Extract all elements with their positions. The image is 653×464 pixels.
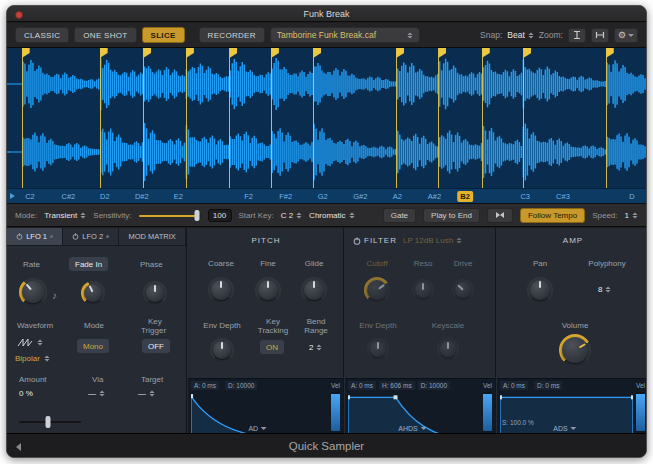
envelope-field[interactable]: A: 0 ms xyxy=(191,381,219,390)
key-label-F2[interactable]: F2 xyxy=(244,191,253,202)
via-select[interactable]: — xyxy=(88,389,105,398)
sensitivity-slider[interactable] xyxy=(139,210,201,221)
settings-menu-button[interactable]: ⚙ xyxy=(614,28,638,43)
phase-knob[interactable] xyxy=(143,281,167,305)
slice-marker[interactable] xyxy=(100,48,101,188)
filter-env-depth-knob[interactable] xyxy=(367,338,389,360)
zoom-vertical-button[interactable] xyxy=(568,28,586,43)
sensitivity-value[interactable]: 100 xyxy=(208,209,232,222)
glide-knob[interactable] xyxy=(301,277,327,303)
slice-mode-select[interactable]: Transient xyxy=(44,211,86,220)
slice-marker[interactable] xyxy=(143,48,144,188)
key-label-D2[interactable]: D2 xyxy=(100,191,110,202)
coarse-knob[interactable] xyxy=(208,277,234,303)
speed-select[interactable]: 1 xyxy=(625,211,638,220)
slice-marker[interactable] xyxy=(229,48,230,188)
slice-marker[interactable] xyxy=(271,48,272,188)
fade-in-knob[interactable] xyxy=(81,281,105,305)
close-button[interactable] xyxy=(15,11,23,19)
key-label-Cs2[interactable]: C#2 xyxy=(61,191,75,202)
key-label-Ds2[interactable]: D#2 xyxy=(135,191,149,202)
lfo-waveform-select[interactable] xyxy=(17,338,43,347)
tab-mod-matrix[interactable]: MOD MATRIX xyxy=(119,228,186,245)
envelope-mode-select[interactable]: AHDS xyxy=(398,425,426,432)
waveform-display[interactable] xyxy=(7,48,646,188)
target-select[interactable]: — xyxy=(138,389,155,398)
tab-lfo1[interactable]: LFO 1 xyxy=(7,228,63,245)
vel-slider[interactable] xyxy=(331,392,340,431)
slice-marker[interactable] xyxy=(438,48,439,188)
key-label-E2[interactable]: E2 xyxy=(174,191,183,202)
envelope-field[interactable]: H: 606 ms xyxy=(379,381,415,390)
filter-envelope[interactable]: A: 0 msH: 606 msD: 10000 Vel AHDS xyxy=(345,378,495,434)
key-tracking-button[interactable]: ON xyxy=(260,340,284,354)
lfo-mode-select[interactable]: Mono xyxy=(77,339,109,353)
pitch-env-depth-knob[interactable] xyxy=(210,338,234,362)
lfo-fade-mode-select[interactable]: Fade In xyxy=(69,257,108,271)
start-key-select[interactable]: C 2 xyxy=(281,211,302,220)
key-label-Fs2[interactable]: F#2 xyxy=(279,191,292,202)
note-icon[interactable]: ♪ xyxy=(52,290,57,301)
tab-lfo2[interactable]: LFO 2 xyxy=(63,228,119,245)
key-label-D[interactable]: D xyxy=(629,191,634,202)
key-label-G2[interactable]: G2 xyxy=(318,191,328,202)
slider-handle[interactable] xyxy=(46,416,51,428)
envelope-mode-select[interactable]: AD xyxy=(248,425,267,432)
lfo-amount-slider[interactable] xyxy=(19,416,81,428)
reso-knob[interactable] xyxy=(412,279,434,301)
amount-value[interactable]: 0 % xyxy=(19,389,33,398)
envelope-field[interactable]: A: 0 ms xyxy=(348,381,376,390)
slice-marker[interactable] xyxy=(606,48,607,188)
envelope-field[interactable]: D: 10000 xyxy=(418,381,450,390)
cutoff-knob[interactable] xyxy=(364,277,390,303)
lfo-polarity-select[interactable]: Bipolar xyxy=(15,354,50,363)
slice-marker[interactable] xyxy=(482,48,483,188)
key-label-Cs3[interactable]: C#3 xyxy=(556,191,570,202)
key-label-C2[interactable]: C2 xyxy=(25,191,35,202)
key-trigger-button[interactable]: OFF xyxy=(142,339,170,353)
slice-marker[interactable] xyxy=(523,48,524,188)
back-arrow-icon[interactable] xyxy=(16,443,21,451)
filter-type-select[interactable]: LP 12dB Lush xyxy=(403,236,462,245)
pitch-envelope[interactable]: A: 0 msD: 10000 Vel AD xyxy=(188,378,343,434)
keyscale-knob[interactable] xyxy=(437,338,459,360)
mode-button-recorder[interactable]: RECORDER xyxy=(199,27,265,43)
vel-slider[interactable] xyxy=(636,392,645,431)
polyphony-select[interactable]: 8 xyxy=(598,285,611,294)
amp-envelope[interactable]: A: 0 msD: 0 ms Vel S: 100.0 % ADS xyxy=(497,378,647,434)
slice-marker[interactable] xyxy=(22,48,23,188)
key-label-As2[interactable]: A#2 xyxy=(428,191,441,202)
bend-range-select[interactable]: 2 xyxy=(309,343,322,352)
slider-handle[interactable] xyxy=(195,210,200,221)
pan-knob[interactable] xyxy=(527,277,553,303)
mode-button-slice[interactable]: SLICE xyxy=(142,27,185,43)
envelope-mode-select[interactable]: ADS xyxy=(553,425,576,432)
key-label-C3[interactable]: C3 xyxy=(520,191,530,202)
snap-select[interactable]: Beat xyxy=(507,30,534,40)
play-to-end-button[interactable]: Play to End xyxy=(423,208,480,223)
envelope-field[interactable]: A: 0 ms xyxy=(500,381,528,390)
fine-knob[interactable] xyxy=(255,277,281,303)
key-label-Gs2[interactable]: G#2 xyxy=(353,191,367,202)
mapping-select[interactable]: Chromatic xyxy=(309,211,354,220)
flex-button[interactable] xyxy=(487,208,513,223)
key-row-left-arrow[interactable] xyxy=(10,193,15,199)
filter-power-icon[interactable] xyxy=(353,237,361,245)
follow-tempo-button[interactable]: Follow Tempo xyxy=(520,208,585,223)
volume-knob[interactable] xyxy=(559,334,591,366)
slice-marker[interactable] xyxy=(396,48,397,188)
sample-name-select[interactable]: Tamborine Funk Break.caf xyxy=(270,27,420,43)
vel-slider[interactable] xyxy=(483,392,492,431)
mode-button-oneshot[interactable]: ONE SHOT xyxy=(74,27,136,43)
key-label-A2[interactable]: A2 xyxy=(393,191,402,202)
zoom-horizontal-button[interactable] xyxy=(591,28,609,43)
mode-button-classic[interactable]: CLASSIC xyxy=(15,27,69,43)
envelope-field[interactable]: D: 0 ms xyxy=(534,381,562,390)
slice-marker[interactable] xyxy=(186,48,187,188)
sustain-value[interactable]: S: 100.0 % xyxy=(502,419,534,426)
envelope-field[interactable]: D: 10000 xyxy=(225,381,257,390)
key-label-B2[interactable]: B2 xyxy=(457,191,473,202)
gate-button[interactable]: Gate xyxy=(383,208,416,223)
drive-knob[interactable] xyxy=(452,279,474,301)
rate-knob[interactable] xyxy=(19,278,47,306)
